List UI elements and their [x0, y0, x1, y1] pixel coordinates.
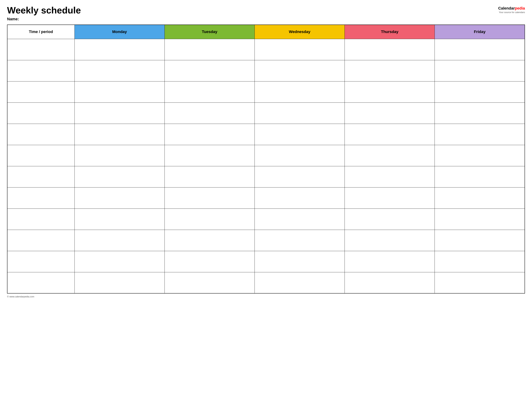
time-cell[interactable] [7, 230, 75, 251]
schedule-cell[interactable] [435, 251, 525, 272]
schedule-cell[interactable] [435, 39, 525, 60]
schedule-cell[interactable] [165, 272, 254, 293]
time-cell[interactable] [7, 208, 75, 230]
schedule-cell[interactable] [165, 60, 254, 81]
schedule-cell[interactable] [345, 208, 435, 230]
table-row [7, 145, 525, 166]
schedule-cell[interactable] [345, 60, 435, 81]
time-cell[interactable] [7, 145, 75, 166]
schedule-cell[interactable] [345, 39, 435, 60]
schedule-cell[interactable] [345, 187, 435, 208]
logo: Calendarpedia [498, 6, 525, 11]
schedule-cell[interactable] [254, 39, 345, 60]
col-header-monday: Monday [75, 25, 165, 39]
schedule-cell[interactable] [254, 145, 345, 166]
schedule-cell[interactable] [435, 124, 525, 145]
name-label: Name: [7, 17, 525, 21]
schedule-cell[interactable] [75, 145, 165, 166]
col-header-friday: Friday [435, 25, 525, 39]
time-cell[interactable] [7, 39, 75, 60]
schedule-cell[interactable] [345, 251, 435, 272]
schedule-cell[interactable] [75, 60, 165, 81]
schedule-cell[interactable] [254, 60, 345, 81]
schedule-cell[interactable] [75, 272, 165, 293]
schedule-cell[interactable] [345, 145, 435, 166]
table-row [7, 39, 525, 60]
logo-calendar-text: Calendar [498, 6, 515, 10]
schedule-cell[interactable] [165, 166, 254, 187]
schedule-cell[interactable] [75, 230, 165, 251]
schedule-cell[interactable] [75, 208, 165, 230]
col-header-tuesday: Tuesday [165, 25, 254, 39]
table-row [7, 208, 525, 230]
time-cell[interactable] [7, 81, 75, 103]
table-row [7, 166, 525, 187]
col-header-time: Time / period [7, 25, 75, 39]
footer-url: © www.calendarpedia.com [7, 295, 34, 298]
table-row [7, 251, 525, 272]
logo-area: Calendarpedia Your source for calendars [498, 5, 525, 14]
schedule-cell[interactable] [165, 103, 254, 124]
schedule-cell[interactable] [165, 124, 254, 145]
schedule-cell[interactable] [165, 145, 254, 166]
schedule-cell[interactable] [165, 39, 254, 60]
time-cell[interactable] [7, 103, 75, 124]
schedule-cell[interactable] [435, 81, 525, 103]
schedule-cell[interactable] [435, 230, 525, 251]
schedule-cell[interactable] [254, 81, 345, 103]
schedule-cell[interactable] [254, 103, 345, 124]
schedule-cell[interactable] [254, 272, 345, 293]
schedule-cell[interactable] [165, 208, 254, 230]
schedule-cell[interactable] [75, 124, 165, 145]
schedule-cell[interactable] [345, 272, 435, 293]
schedule-cell[interactable] [345, 166, 435, 187]
time-cell[interactable] [7, 272, 75, 293]
schedule-cell[interactable] [254, 251, 345, 272]
schedule-cell[interactable] [254, 124, 345, 145]
schedule-cell[interactable] [75, 251, 165, 272]
col-header-thursday: Thursday [345, 25, 435, 39]
schedule-cell[interactable] [75, 39, 165, 60]
schedule-cell[interactable] [435, 145, 525, 166]
col-header-wednesday: Wednesday [254, 25, 345, 39]
table-row [7, 103, 525, 124]
footer: © www.calendarpedia.com [7, 295, 525, 298]
time-cell[interactable] [7, 251, 75, 272]
schedule-cell[interactable] [75, 103, 165, 124]
logo-tagline: Your source for calendars [498, 11, 525, 14]
table-row [7, 60, 525, 81]
schedule-cell[interactable] [165, 81, 254, 103]
time-cell[interactable] [7, 166, 75, 187]
table-row [7, 81, 525, 103]
page-title: Weekly schedule [7, 5, 81, 15]
schedule-cell[interactable] [345, 124, 435, 145]
table-row [7, 124, 525, 145]
schedule-cell[interactable] [165, 251, 254, 272]
schedule-cell[interactable] [435, 103, 525, 124]
table-header-row: Time / period Monday Tuesday Wednesday T… [7, 25, 525, 39]
schedule-cell[interactable] [75, 166, 165, 187]
schedule-cell[interactable] [435, 166, 525, 187]
schedule-cell[interactable] [435, 272, 525, 293]
schedule-cell[interactable] [435, 187, 525, 208]
schedule-cell[interactable] [345, 230, 435, 251]
time-cell[interactable] [7, 187, 75, 208]
logo-pedia-text: pedia [515, 6, 525, 10]
table-row [7, 187, 525, 208]
schedule-cell[interactable] [435, 60, 525, 81]
schedule-table: Time / period Monday Tuesday Wednesday T… [7, 25, 525, 293]
schedule-cell[interactable] [254, 166, 345, 187]
time-cell[interactable] [7, 124, 75, 145]
schedule-cell[interactable] [165, 230, 254, 251]
schedule-cell[interactable] [345, 103, 435, 124]
schedule-cell[interactable] [254, 187, 345, 208]
schedule-cell[interactable] [165, 187, 254, 208]
schedule-cell[interactable] [254, 208, 345, 230]
schedule-cell[interactable] [254, 230, 345, 251]
schedule-cell[interactable] [75, 81, 165, 103]
schedule-cell[interactable] [75, 187, 165, 208]
schedule-cell[interactable] [345, 81, 435, 103]
page-header: Weekly schedule Calendarpedia Your sourc… [7, 5, 525, 15]
schedule-cell[interactable] [435, 208, 525, 230]
time-cell[interactable] [7, 60, 75, 81]
